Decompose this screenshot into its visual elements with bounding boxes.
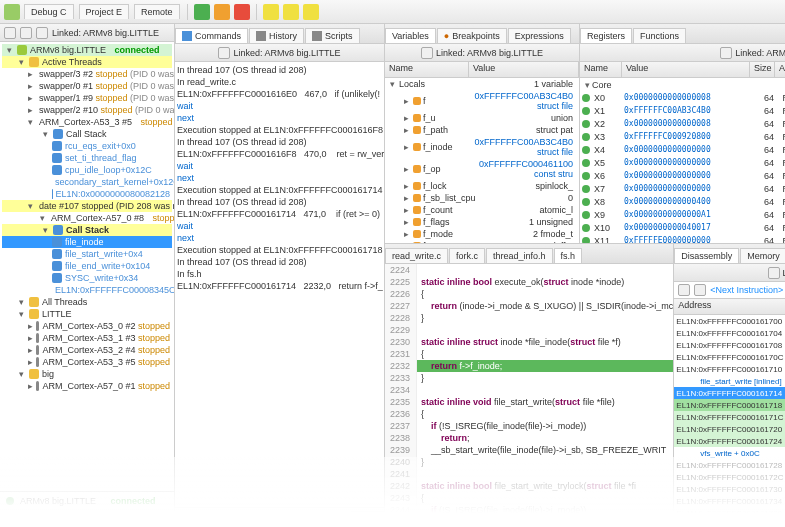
disasm-row[interactable]: EL1N:0xFFFFFFC00016171C121E1C21ANDw1,w1,… — [674, 411, 785, 423]
tab-history[interactable]: History — [249, 28, 304, 43]
tab-remote[interactable]: Remote — [134, 4, 180, 19]
stop-icon[interactable] — [234, 4, 250, 20]
register-row[interactable]: X00x000000000000000864R/W — [580, 91, 785, 104]
step-over-icon[interactable] — [283, 4, 299, 20]
stack-frame[interactable]: cpu_idle_loop+0x12C — [2, 164, 172, 176]
disasm-row[interactable]: EL1N:0xFFFFFFC00016173CAA1403E1MOVx1,x20 — [674, 519, 785, 527]
var-row[interactable]: ▸ f0xFFFFFFC00AB3C4B0 struct file — [385, 90, 579, 112]
expander-icon[interactable]: ▾ — [16, 297, 26, 307]
disasm-row[interactable]: EL1N:0xFFFFFFC000161708940001FEBLrw_veri… — [674, 339, 785, 351]
var-row[interactable]: ▸ f_mode2 fmode_t — [385, 228, 579, 240]
bug-icon[interactable] — [4, 4, 20, 20]
disasm-row[interactable]: EL1N:0xFFFFFFC000161728F9401401LDRx0,[x1… — [674, 459, 785, 471]
source-line[interactable]: 2239 __sb_start_write(file_inode(file)->… — [385, 444, 673, 456]
var-row[interactable]: ▸ f_lock spinlock_ — [385, 180, 579, 192]
register-row[interactable]: X20x000000000000000864R/W — [580, 117, 785, 130]
register-row[interactable]: X60x000000000000000064R/W — [580, 169, 785, 182]
tab-registers[interactable]: Registers — [580, 28, 632, 43]
registers-table[interactable]: ▾Core X00x000000000000000864R/WX10xFFFFF… — [580, 78, 785, 243]
tab-memory[interactable]: Memory — [740, 248, 785, 263]
disasm-row[interactable]: EL1N:0xFFFFFFC000161704AA0403E3MOVx3,x4 — [674, 327, 785, 339]
expander-icon[interactable]: ▾ — [16, 369, 26, 379]
debug-tree[interactable]: ▾ ARMv8 big.LITTLE connected ▾ Active Th… — [0, 42, 174, 491]
thread-item[interactable]: ▸swapper/0 #1 stopped (PID 0 was running — [2, 80, 172, 92]
link-icon[interactable] — [36, 27, 48, 39]
source-line[interactable]: 2245 return true; — [385, 516, 673, 527]
expander-icon[interactable]: ▾ — [28, 117, 33, 127]
disasm-row[interactable]: EL1N:0xFFFFFFC00016170C93407C16SXTWx22,w… — [674, 351, 785, 363]
source-line[interactable]: 2228} — [385, 312, 673, 324]
register-row[interactable]: X10xFFFFFFC00AB3C4B064R/W — [580, 104, 785, 117]
call-stack-header[interactable]: ▾ Call Stack — [2, 128, 172, 140]
source-line[interactable]: 2241 — [385, 468, 673, 480]
register-row[interactable]: X30xFFFFFFC00092080064R/W — [580, 130, 785, 143]
tab-project[interactable]: Project E — [79, 4, 130, 19]
tab-readwrite[interactable]: read_write.c — [385, 248, 448, 263]
stack-frame[interactable]: file_inode — [2, 236, 172, 248]
step-icon[interactable] — [263, 4, 279, 20]
stack-frame[interactable]: SYSC_write+0x34 — [2, 272, 172, 284]
core-item[interactable]: ▸ARM_Cortex-A53_3 #5 stopped — [2, 356, 172, 368]
tab-scripts[interactable]: Scripts — [305, 28, 360, 43]
console-output[interactable]: In thread 107 (OS thread id 208)In read_… — [175, 62, 384, 507]
disasm-row[interactable]: EL1N:0xFFFFFFC000161714LDRx0,[x0,#0x20] — [674, 387, 785, 399]
all-threads[interactable]: ▾ All Threads — [2, 296, 172, 308]
cortex-a57-core[interactable]: ▾ ARM_Cortex-A57_0 #8 stopped — [2, 212, 172, 224]
stack-frame[interactable]: file_end_write+0x104 — [2, 260, 172, 272]
source-line[interactable]: 2244 if (!S_ISREG(file_inode(file)->i_mo… — [385, 504, 673, 516]
run-icon[interactable] — [194, 4, 210, 20]
source-line[interactable]: 2229 — [385, 324, 673, 336]
expander-icon[interactable]: ▾ — [28, 201, 33, 211]
tab-fork[interactable]: fork.c — [449, 248, 485, 263]
tab-disassembly[interactable]: Disassembly — [674, 248, 739, 263]
var-row[interactable]: ▸ f_sb_list_cpu0 — [385, 192, 579, 204]
thread-item[interactable]: ▸swapper/1 #9 stopped (PID 0 was running — [2, 92, 172, 104]
disasm-row[interactable]: EL1N:0xFFFFFFC00016172400000000B.EQ{pc}+… — [674, 435, 785, 447]
cortex-a53-core[interactable]: ▾ ARM_Cortex-A53_3 #5 stopped — [2, 116, 172, 128]
register-row[interactable]: X110xFFFFFE000000000064R/W — [580, 234, 785, 243]
refresh-icon[interactable] — [678, 284, 690, 296]
locals-row[interactable]: ▾Locals 1 variable — [385, 78, 579, 90]
expander-icon[interactable]: ▾ — [40, 213, 45, 223]
pause-icon[interactable] — [214, 4, 230, 20]
tab-functions[interactable]: Functions — [633, 28, 686, 43]
little-cluster[interactable]: ▾ LITTLE — [2, 308, 172, 320]
source-line[interactable]: 2233} — [385, 372, 673, 384]
source-line[interactable]: 2230static inline struct inode *file_ino… — [385, 336, 673, 348]
var-row[interactable]: ▸ f_path struct pat — [385, 124, 579, 136]
step-out-icon[interactable] — [303, 4, 319, 20]
root-target[interactable]: ▾ ARMv8 big.LITTLE connected — [2, 44, 172, 56]
tab-commands[interactable]: Commands — [175, 28, 248, 43]
variables-tree[interactable]: ▾Locals 1 variable ▸ f0xFFFFFFC00AB3C4B0… — [385, 78, 579, 243]
source-line[interactable]: 2238 return; — [385, 432, 673, 444]
register-row[interactable]: X100x000000000004001764R/W — [580, 221, 785, 234]
source-line[interactable]: 2243{ — [385, 492, 673, 504]
stack-frame[interactable]: file_start_write+0x4 — [2, 248, 172, 260]
thread-item[interactable]: ▸swapper/2 #10 stopped (PID 0 was runnin… — [2, 104, 172, 116]
var-row[interactable]: ▸ f_op0xFFFFFFC000461100 const stru — [385, 158, 579, 180]
expander-icon[interactable]: ▾ — [40, 129, 50, 139]
tab-threadinfo[interactable]: thread_info.h — [486, 248, 553, 263]
stack-frame[interactable]: set_ti_thread_flag — [2, 152, 172, 164]
stack-frame[interactable]: secondary_start_kernel+0x12C — [2, 176, 172, 188]
register-row[interactable]: X40x000000000000000064R/W — [580, 143, 785, 156]
disasm-row[interactable]: EL1N:0xFFFFFFC00016173040000C4CBZx4,{pc}… — [674, 483, 785, 495]
disasm-row[interactable]: EL1N:0xFFFFFFC000161734AA1503E2MOVx2,x21 — [674, 495, 785, 507]
disasm-row[interactable]: EL1N:0xFFFFFFC00016172071800C3FCMPw0,#0,… — [674, 423, 785, 435]
var-row[interactable]: ▸ f_u union — [385, 112, 579, 124]
source-view[interactable]: 22242225static inline bool execute_ok(st… — [385, 264, 673, 527]
source-line[interactable]: 2225static inline bool execute_ok(struct… — [385, 276, 673, 288]
tab-fsh[interactable]: fs.h — [554, 248, 583, 263]
active-threads[interactable]: ▾ Active Threads — [2, 56, 172, 68]
tab-breakpoints[interactable]: ●Breakpoints — [437, 28, 507, 43]
register-row[interactable]: X90x00000000000000A164R/W — [580, 208, 785, 221]
source-line[interactable]: 2235static inline void file_start_write(… — [385, 396, 673, 408]
disasm-row[interactable]: EL1N:0xFFFFFFC000161710AA1603EBMOVx8,#0x… — [674, 363, 785, 375]
goto-icon[interactable] — [694, 284, 706, 296]
disasm-row[interactable]: EL1N:0xFFFFFFC0001617187940000LDRHw1,x0,… — [674, 399, 785, 411]
expander-icon[interactable]: ▾ — [40, 225, 50, 235]
stack-frame[interactable]: rcu_eqs_exit+0x0 — [2, 140, 172, 152]
expand-icon[interactable] — [4, 27, 16, 39]
stack-frame[interactable]: EL1N:0xFFFFFFC00008345C — [2, 284, 172, 296]
source-line[interactable]: 2237 if (!S_ISREG(file_inode(file)->i_mo… — [385, 420, 673, 432]
